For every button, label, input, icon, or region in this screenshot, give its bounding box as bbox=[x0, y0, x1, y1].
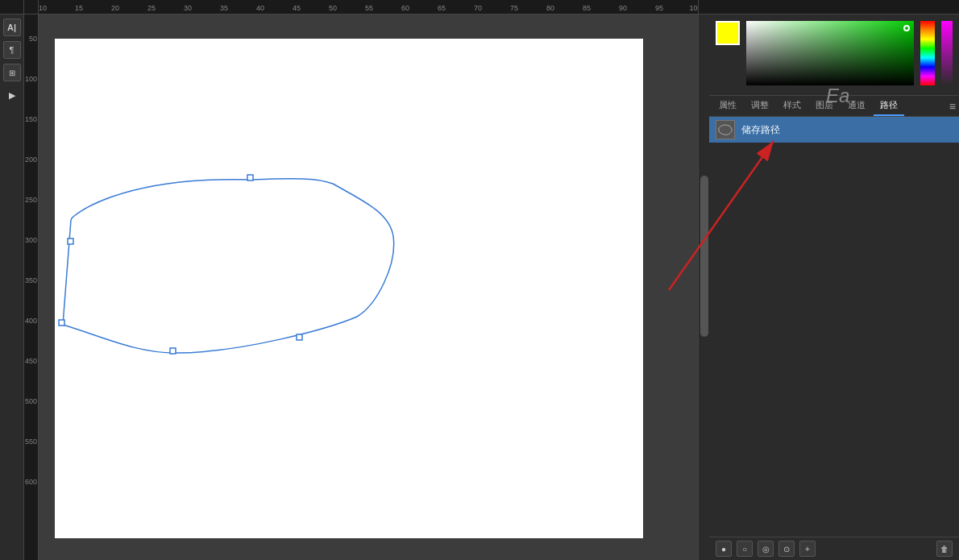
load-selection-btn[interactable]: ◎ bbox=[758, 541, 774, 557]
ruler-top: 1015202530354045505560657075808590951001… bbox=[0, 0, 959, 15]
tab-layers[interactable]: 图层 bbox=[809, 96, 840, 116]
ruler-left: 50100150200250300350400450500550600 bbox=[24, 15, 39, 560]
color-swatch[interactable] bbox=[716, 21, 740, 45]
tab-paths[interactable]: 路径 bbox=[874, 96, 904, 116]
panel-menu-icon[interactable]: ≡ bbox=[949, 96, 956, 116]
tab-styles[interactable]: 样式 bbox=[777, 96, 807, 116]
panel-tabs: 属性 调整 样式 图层 通道 路径 ≡ bbox=[709, 96, 959, 117]
left-toolbar: A| ¶ ⊞ ▶ bbox=[0, 15, 24, 560]
paths-panel: 储存路径 bbox=[709, 117, 959, 537]
tool-text[interactable]: A| bbox=[3, 19, 21, 36]
alpha-slider[interactable] bbox=[941, 21, 953, 85]
color-picker bbox=[709, 15, 959, 96]
hue-slider[interactable] bbox=[920, 21, 935, 85]
scrollbar-vertical[interactable] bbox=[698, 15, 709, 560]
canvas-area bbox=[39, 15, 698, 560]
tab-channels[interactable]: 通道 bbox=[841, 96, 872, 116]
tab-properties[interactable]: 属性 bbox=[712, 96, 743, 116]
path-drawing bbox=[55, 39, 643, 538]
make-work-path-btn[interactable]: ⊙ bbox=[778, 541, 795, 557]
stroke-path-btn[interactable]: ○ bbox=[737, 541, 753, 557]
gradient-cursor[interactable] bbox=[903, 25, 910, 31]
anchor-left[interactable] bbox=[68, 239, 73, 244]
anchor-bottom-left[interactable] bbox=[59, 320, 64, 326]
paths-bottom-toolbar: ● ○ ◎ ⊙ + 🗑 bbox=[709, 537, 959, 560]
anchor-bottom-right[interactable] bbox=[297, 334, 302, 340]
ruler-top-ticks: 1015202530354045505560657075808590951001… bbox=[39, 0, 698, 14]
anchor-top[interactable] bbox=[247, 175, 253, 180]
tool-paragraph[interactable]: ¶ bbox=[3, 41, 21, 59]
path-name: 储存路径 bbox=[741, 123, 780, 137]
play-button[interactable]: ▶ bbox=[3, 86, 21, 104]
tool-slice[interactable]: ⊞ bbox=[3, 64, 21, 81]
canvas-document bbox=[55, 39, 643, 538]
fill-path-btn[interactable]: ● bbox=[716, 541, 732, 557]
path-item-saved[interactable]: 储存路径 bbox=[709, 117, 959, 143]
delete-path-btn[interactable]: 🗑 bbox=[936, 541, 953, 557]
path-thumbnail bbox=[716, 120, 735, 139]
tab-adjustments[interactable]: 调整 bbox=[745, 96, 775, 116]
color-gradient[interactable] bbox=[746, 21, 914, 85]
scrollbar-thumb[interactable] bbox=[700, 176, 708, 337]
new-path-btn[interactable]: + bbox=[799, 541, 816, 557]
anchor-bottom-mid[interactable] bbox=[170, 348, 176, 354]
